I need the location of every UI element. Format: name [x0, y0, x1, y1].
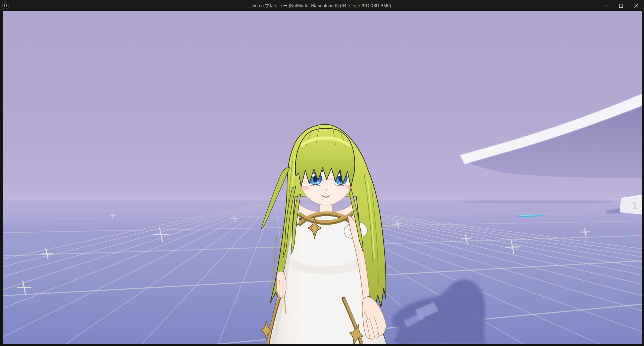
app-window: verse プレビュー [NetMode: Standalone 0] (64-… — [0, 0, 644, 346]
maximize-icon — [619, 4, 623, 8]
window-title: verse プレビュー [NetMode: Standalone 0] (64-… — [0, 3, 644, 9]
close-button[interactable] — [629, 0, 644, 11]
maximize-button[interactable] — [613, 0, 629, 11]
unreal-logo-icon — [2, 2, 9, 9]
viewport-3d[interactable]: 1 — [3, 11, 642, 344]
titlebar[interactable]: verse プレビュー [NetMode: Standalone 0] (64-… — [0, 0, 644, 11]
character-left-hand — [276, 271, 286, 298]
box-label: 1 — [631, 199, 638, 212]
minimize-icon — [603, 4, 608, 8]
minimize-button[interactable] — [598, 0, 613, 11]
window-controls — [598, 0, 644, 11]
close-icon — [634, 3, 639, 8]
scene-canvas: 1 — [3, 11, 642, 344]
